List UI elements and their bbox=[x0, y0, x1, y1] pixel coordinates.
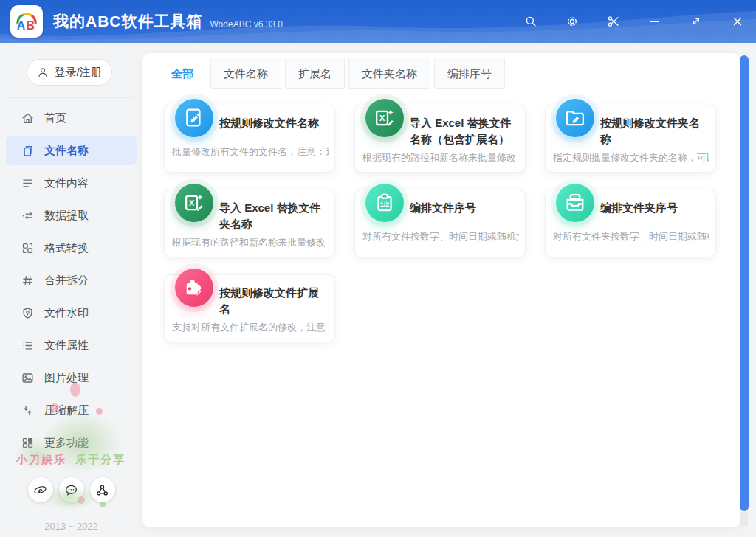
feature-card-grid: 按规则修改文件名称批量修改所有文件的文件名，注意：这X导入 Excel 替换文件… bbox=[142, 53, 740, 527]
resize-icon[interactable] bbox=[690, 15, 703, 28]
card-title: 编排文件夹序号 bbox=[600, 200, 709, 226]
card-title: 导入 Excel 替换文件名称（包含扩展名） bbox=[410, 115, 519, 148]
card-description: 对所有文件按数字、时间日期或随机文 bbox=[362, 230, 519, 243]
app-logo: A B bbox=[10, 5, 43, 38]
edit-doc-icon bbox=[175, 99, 213, 137]
puzzle-icon bbox=[175, 268, 213, 307]
excel-icon: X bbox=[175, 184, 213, 222]
main-panel: 全部文件名称扩展名文件夹名称编排序号 按规则修改文件名称批量修改所有文件的文件名… bbox=[142, 53, 740, 527]
feature-card-导入 Excel 替换文件夹名称[interactable]: X导入 Excel 替换文件夹名称根据现有的路径和新名称来批量修改， bbox=[164, 190, 335, 257]
svg-text:X: X bbox=[379, 114, 385, 122]
feature-card-编排文件夹序号[interactable]: 编排文件夹序号对所有文件夹按数字、时间日期或随机 bbox=[545, 190, 716, 257]
sidebar-item-文件内容[interactable]: 文件内容 bbox=[6, 168, 137, 198]
feature-card-导入 Excel 替换文件名称（包含扩展名）[interactable]: X导入 Excel 替换文件名称（包含扩展名）根据现有的路径和新名称来批量修改， bbox=[354, 105, 526, 173]
chat-icon[interactable] bbox=[59, 477, 84, 502]
sidebar-divider bbox=[7, 97, 134, 98]
sidebar-item-数据提取[interactable]: 数据提取 bbox=[6, 201, 137, 230]
sidebar-item-label: 文件属性 bbox=[44, 339, 89, 353]
settings-gear-icon[interactable] bbox=[566, 15, 579, 28]
data-extract-icon bbox=[21, 209, 35, 223]
image-icon bbox=[21, 371, 35, 385]
sidebar-divider bbox=[7, 513, 134, 513]
feature-card-按规则修改文件名称[interactable]: 按规则修改文件名称批量修改所有文件的文件名，注意：这 bbox=[164, 105, 335, 173]
sidebar-action-buttons: e bbox=[0, 477, 142, 502]
card-title: 按规则修改文件名称 bbox=[219, 115, 329, 142]
sidebar-item-label: 图片处理 bbox=[44, 371, 89, 385]
card-title: 导入 Excel 替换文件夹名称 bbox=[219, 200, 329, 232]
card-title: 按规则修改文件夹名称 bbox=[600, 115, 709, 148]
sidebar-item-图片处理[interactable]: 图片处理 bbox=[6, 363, 137, 392]
sidebar-item-label: 文件名称 bbox=[44, 144, 89, 158]
sidebar-divider bbox=[7, 471, 134, 471]
file-content-icon bbox=[21, 176, 35, 190]
app-version: WodeABC v6.33.0 bbox=[210, 19, 284, 30]
sidebar-item-label: 格式转换 bbox=[44, 241, 89, 255]
sidebar-item-首页[interactable]: 首页 bbox=[6, 103, 137, 133]
titlebar: A B 我的ABC软件工具箱 WodeABC v6.33.0 bbox=[0, 0, 756, 43]
scrollbar-track-rest[interactable] bbox=[740, 512, 748, 527]
sidebar-menu: 首页文件名称文件内容数据提取格式转换合并拆分文件水印文件属性图片处理压缩解压更多… bbox=[6, 103, 137, 460]
file-name-icon bbox=[21, 144, 35, 158]
card-description: 指定规则批量修改文件夹的名称，可以 bbox=[553, 151, 709, 164]
copyright-years: 2013 ~ 2022 bbox=[0, 521, 142, 532]
titlebar-actions bbox=[524, 15, 744, 28]
minimize-icon[interactable] bbox=[648, 15, 662, 28]
card-title: 编排文件序号 bbox=[410, 200, 519, 226]
excel-icon: X bbox=[365, 99, 404, 137]
merge-split-icon bbox=[21, 274, 35, 288]
more-grid-icon bbox=[21, 436, 35, 450]
feature-card-按规则修改文件夹名称[interactable]: 按规则修改文件夹名称指定规则批量修改文件夹的名称，可以 bbox=[545, 105, 716, 173]
search-icon[interactable] bbox=[524, 15, 537, 28]
sidebar-item-label: 首页 bbox=[44, 111, 66, 125]
sidebar-item-更多功能[interactable]: 更多功能 bbox=[6, 428, 137, 457]
app-window: A B 我的ABC软件工具箱 WodeABC v6.33.0 bbox=[0, 0, 756, 537]
svg-text:A: A bbox=[17, 19, 26, 32]
compress-icon bbox=[21, 403, 35, 418]
card-description: 根据现有的路径和新名称来批量修改， bbox=[172, 236, 329, 249]
scissors-icon[interactable] bbox=[607, 15, 620, 28]
card-description: 支持对所有文件扩展名的修改，注意： bbox=[172, 321, 329, 334]
app-title: 我的ABC软件工具箱 bbox=[53, 11, 203, 32]
sidebar-item-文件水印[interactable]: 文件水印 bbox=[6, 298, 137, 328]
drawer-icon bbox=[556, 184, 594, 222]
file-props-icon bbox=[21, 339, 35, 353]
svg-text:1/2: 1/2 bbox=[380, 201, 389, 208]
sidebar-item-格式转换[interactable]: 格式转换 bbox=[6, 233, 137, 263]
sidebar-item-文件名称[interactable]: 文件名称 bbox=[6, 136, 137, 165]
sidebar-item-label: 文件水印 bbox=[44, 306, 89, 320]
watermark-icon bbox=[21, 306, 35, 320]
feature-card-编排文件序号[interactable]: 1/2编排文件序号对所有文件按数字、时间日期或随机文 bbox=[354, 190, 526, 257]
scrollbar-thumb[interactable] bbox=[740, 55, 749, 511]
sidebar-item-label: 文件内容 bbox=[44, 176, 89, 190]
ie-browser-icon[interactable]: e bbox=[28, 477, 53, 502]
number-clipboard-icon: 1/2 bbox=[365, 184, 404, 222]
card-description: 对所有文件夹按数字、时间日期或随机 bbox=[553, 230, 709, 243]
sidebar-item-文件属性[interactable]: 文件属性 bbox=[6, 330, 137, 360]
close-icon[interactable] bbox=[731, 15, 744, 28]
user-icon bbox=[37, 66, 49, 78]
format-convert-icon bbox=[21, 241, 35, 255]
share-icon[interactable] bbox=[90, 477, 115, 502]
sidebar-item-label: 合并拆分 bbox=[44, 274, 89, 288]
card-title: 按规则修改文件扩展名 bbox=[219, 285, 329, 317]
card-description: 根据现有的路径和新名称来批量修改， bbox=[362, 151, 519, 164]
sidebar-item-压缩解压[interactable]: 压缩解压 bbox=[6, 395, 137, 425]
sidebar-item-label: 数据提取 bbox=[44, 209, 89, 223]
edit-folder-icon bbox=[556, 99, 594, 137]
sidebar-item-label: 更多功能 bbox=[44, 436, 89, 450]
card-description: 批量修改所有文件的文件名，注意：这 bbox=[172, 145, 329, 159]
home-icon bbox=[21, 111, 35, 125]
sidebar-item-合并拆分[interactable]: 合并拆分 bbox=[6, 266, 137, 295]
svg-text:B: B bbox=[27, 19, 35, 32]
login-register-button[interactable]: 登录/注册 bbox=[27, 59, 112, 86]
feature-card-按规则修改文件扩展名[interactable]: 按规则修改文件扩展名支持对所有文件扩展名的修改，注意： bbox=[164, 274, 335, 342]
svg-text:X: X bbox=[189, 198, 195, 207]
sidebar-item-label: 压缩解压 bbox=[44, 403, 89, 418]
login-register-label: 登录/注册 bbox=[54, 66, 101, 80]
sidebar: 登录/注册 首页文件名称文件内容数据提取格式转换合并拆分文件水印文件属性图片处理… bbox=[0, 43, 142, 537]
